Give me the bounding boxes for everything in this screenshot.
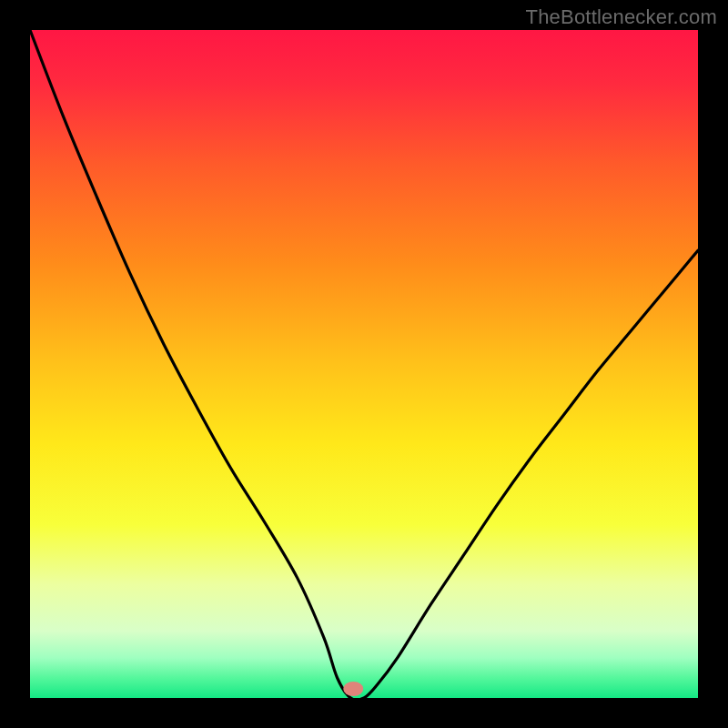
optimum-marker bbox=[343, 682, 363, 696]
bottleneck-chart bbox=[0, 0, 728, 728]
attribution-label: TheBottlenecker.com bbox=[526, 5, 717, 29]
plot-background bbox=[30, 30, 698, 698]
chart-frame: { "attribution": "TheBottlenecker.com", … bbox=[0, 0, 728, 728]
